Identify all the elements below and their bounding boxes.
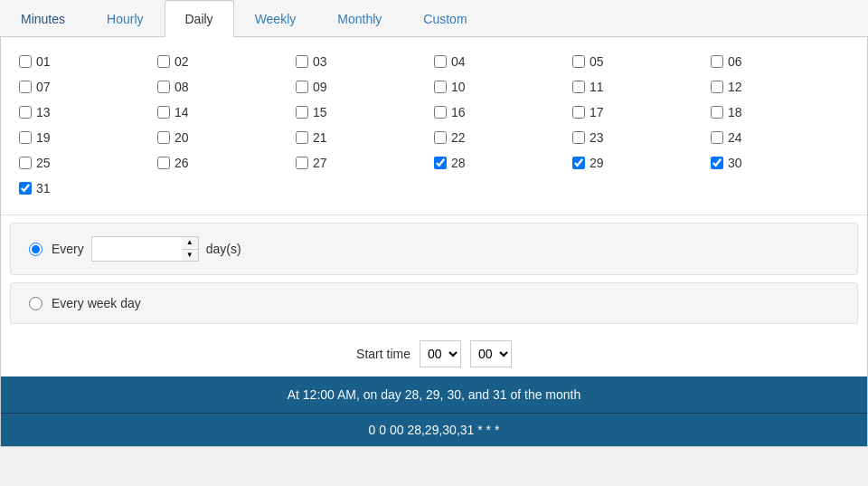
tab-monthly[interactable]: Monthly xyxy=(316,0,402,37)
tab-bar: Minutes Hourly Daily Weekly Monthly Cust… xyxy=(0,0,868,37)
divider xyxy=(1,214,867,215)
day-label-08: 08 xyxy=(175,80,189,94)
day-checkbox-19[interactable] xyxy=(19,131,32,144)
day-checkbox-14[interactable] xyxy=(157,106,170,119)
day-item-05: 05 xyxy=(572,52,711,71)
every-input-wrapper: Every ▲ ▼ day(s) xyxy=(52,236,241,262)
day-label-30: 30 xyxy=(728,156,742,170)
day-label-12: 12 xyxy=(728,80,742,94)
day-label-13: 13 xyxy=(36,105,51,119)
day-item-07: 07 xyxy=(19,77,157,97)
day-item-26: 26 xyxy=(157,153,296,173)
every-weekday-radio[interactable] xyxy=(29,297,42,310)
day-label-01: 01 xyxy=(36,54,51,69)
start-time-label: Start time xyxy=(356,347,410,361)
spinner-down-button[interactable]: ▼ xyxy=(182,250,198,262)
day-item-20: 20 xyxy=(157,128,296,148)
day-checkbox-23[interactable] xyxy=(572,131,585,144)
day-label-14: 14 xyxy=(175,105,189,119)
day-checkbox-07[interactable] xyxy=(19,81,32,93)
status-description: At 12:00 AM, on day 28, 29, 30, and 31 o… xyxy=(1,376,867,413)
day-checkbox-17[interactable] xyxy=(572,106,585,119)
day-checkbox-10[interactable] xyxy=(434,81,447,93)
every-days-radio[interactable] xyxy=(29,243,42,256)
main-content: 0102030405060708091011121314151617181920… xyxy=(0,37,868,447)
every-label: Every ▲ ▼ day(s) xyxy=(52,236,241,262)
day-label-17: 17 xyxy=(590,105,604,119)
day-item-09: 09 xyxy=(296,77,434,97)
day-checkbox-03[interactable] xyxy=(296,55,308,68)
day-label-07: 07 xyxy=(36,80,51,94)
day-checkbox-13[interactable] xyxy=(19,106,32,119)
day-item-01: 01 xyxy=(19,52,157,71)
day-label-03: 03 xyxy=(313,54,327,69)
day-item-15: 15 xyxy=(296,102,434,122)
day-item-11: 11 xyxy=(572,77,711,97)
day-item-27: 27 xyxy=(296,153,434,173)
day-checkbox-25[interactable] xyxy=(19,157,32,169)
every-days-option-row: Every ▲ ▼ day(s) xyxy=(10,223,858,275)
start-time-section: Start time 00010203040506070809101112131… xyxy=(1,331,867,376)
day-checkbox-27[interactable] xyxy=(296,157,308,169)
hour-select[interactable]: 0001020304050607080910111213141516171819… xyxy=(420,340,461,367)
tab-daily[interactable]: Daily xyxy=(165,0,234,37)
day-label-21: 21 xyxy=(313,130,327,145)
day-item-02: 02 xyxy=(157,52,296,71)
tab-minutes[interactable]: Minutes xyxy=(0,0,86,37)
day-checkbox-02[interactable] xyxy=(157,55,170,68)
day-label-06: 06 xyxy=(728,54,742,69)
day-checkbox-31[interactable] xyxy=(19,182,32,195)
day-checkbox-08[interactable] xyxy=(157,81,170,93)
day-checkbox-04[interactable] xyxy=(434,55,447,68)
tab-weekly[interactable]: Weekly xyxy=(234,0,317,37)
day-label-25: 25 xyxy=(36,156,51,170)
day-item-17: 17 xyxy=(572,102,711,122)
day-checkbox-30[interactable] xyxy=(711,157,723,169)
spinner-wrap: ▲ ▼ xyxy=(91,236,199,262)
day-item-19: 19 xyxy=(19,128,157,148)
tab-custom[interactable]: Custom xyxy=(402,0,487,37)
day-label-05: 05 xyxy=(590,54,604,69)
day-label-16: 16 xyxy=(451,105,466,119)
day-item-03: 03 xyxy=(296,52,434,71)
day-item-16: 16 xyxy=(434,102,572,122)
day-label-02: 02 xyxy=(175,54,189,69)
day-label-11: 11 xyxy=(590,80,604,94)
day-label-26: 26 xyxy=(175,156,189,170)
day-checkbox-21[interactable] xyxy=(296,131,308,144)
day-label-23: 23 xyxy=(590,130,604,145)
day-label-29: 29 xyxy=(590,156,604,170)
day-checkbox-26[interactable] xyxy=(157,157,170,169)
day-checkbox-09[interactable] xyxy=(296,81,308,93)
day-item-31: 31 xyxy=(19,178,157,198)
day-item-29: 29 xyxy=(572,153,711,173)
day-checkbox-06[interactable] xyxy=(711,55,723,68)
every-weekday-option-row: Every week day xyxy=(10,282,858,324)
tab-hourly[interactable]: Hourly xyxy=(86,0,164,37)
day-checkbox-18[interactable] xyxy=(711,106,723,119)
day-item-22: 22 xyxy=(434,128,572,148)
day-label-24: 24 xyxy=(728,130,742,145)
cron-expression: 0 0 00 28,29,30,31 * * * xyxy=(1,413,867,446)
spinner-up-button[interactable]: ▲ xyxy=(182,237,198,250)
day-checkbox-24[interactable] xyxy=(711,131,723,144)
day-checkbox-29[interactable] xyxy=(572,157,585,169)
day-checkbox-12[interactable] xyxy=(711,81,723,93)
day-item-28: 28 xyxy=(434,153,572,173)
day-checkbox-16[interactable] xyxy=(434,106,447,119)
day-checkbox-01[interactable] xyxy=(19,55,32,68)
every-weekday-label: Every week day xyxy=(52,296,141,310)
day-item-08: 08 xyxy=(157,77,296,97)
every-days-input[interactable] xyxy=(91,236,182,262)
day-checkbox-28[interactable] xyxy=(434,157,447,169)
day-checkbox-15[interactable] xyxy=(296,106,308,119)
day-checkbox-22[interactable] xyxy=(434,131,447,144)
day-label-20: 20 xyxy=(175,130,189,145)
day-checkbox-05[interactable] xyxy=(572,55,585,68)
day-item-21: 21 xyxy=(296,128,434,148)
day-checkbox-20[interactable] xyxy=(157,131,170,144)
minute-select[interactable]: 0001020304050607080910111213141516171819… xyxy=(470,340,512,367)
days-text: day(s) xyxy=(206,242,241,256)
day-checkbox-11[interactable] xyxy=(572,81,585,93)
day-item-24: 24 xyxy=(711,128,849,148)
